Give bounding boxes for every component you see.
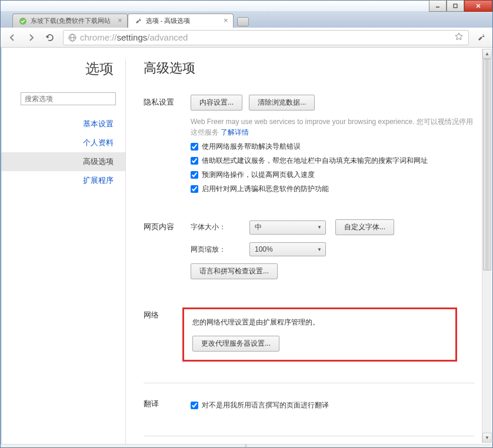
maximize-button[interactable] xyxy=(447,0,464,12)
tab-strip: 东坡下载(免费软件下载网站 × 选项 - 高级选项 × xyxy=(1,11,492,28)
sidebar-item-personal[interactable]: 个人资料 xyxy=(1,133,125,152)
network-highlight-box: 您的网络代理设置是由扩展程序管理的。 更改代理服务器设置... xyxy=(182,307,457,362)
check-phishing[interactable] xyxy=(191,185,198,193)
learn-more-link[interactable]: 了解详情 xyxy=(221,128,249,136)
check-label[interactable]: 启用针对网上诱骗和恶意软件的防护功能 xyxy=(202,184,329,194)
page-title: 高级选项 xyxy=(144,59,475,77)
sidebar-item-basic[interactable]: 基本设置 xyxy=(1,115,125,133)
section-label-translate: 翻译 xyxy=(144,396,191,414)
browser-tab-0[interactable]: 东坡下载(免费软件下载网站 × xyxy=(12,14,128,28)
scroll-up-button[interactable]: ▲ xyxy=(482,49,492,59)
check-translate[interactable] xyxy=(191,402,198,409)
browser-toolbar: chrome://settings/advanced xyxy=(1,28,492,48)
forward-button[interactable] xyxy=(23,30,39,45)
settings-main: 高级选项 隐私设置 内容设置... 清除浏览数据... Web Freer ma… xyxy=(126,48,492,446)
scroll-down-button[interactable]: ▼ xyxy=(482,433,492,443)
content-settings-button[interactable]: 内容设置... xyxy=(191,95,242,111)
status-bar-grip[interactable] xyxy=(1,444,492,447)
check-label[interactable]: 预测网络操作，以提高网页载入速度 xyxy=(202,170,315,180)
clear-browsing-data-button[interactable]: 清除浏览数据... xyxy=(249,95,315,111)
reload-button[interactable] xyxy=(42,30,58,45)
check-predict[interactable] xyxy=(191,171,198,179)
settings-sidebar: 选项 基本设置 个人资料 高级选项 扩展程序 xyxy=(1,48,125,446)
change-proxy-button[interactable]: 更改代理服务器设置... xyxy=(192,336,279,352)
tab-close-icon[interactable]: × xyxy=(222,17,229,24)
section-divider xyxy=(144,436,475,436)
tab-close-icon[interactable]: × xyxy=(116,17,124,24)
font-size-label: 字体大小： xyxy=(191,222,249,232)
check-suggestions[interactable] xyxy=(191,157,198,165)
tab-title: 东坡下载(免费软件下载网站 xyxy=(31,16,111,25)
left-edge-shadow xyxy=(1,48,2,445)
language-settings-button[interactable]: 语言和拼写检查设置... xyxy=(191,263,278,279)
bookmark-star-icon[interactable] xyxy=(454,32,464,43)
vertical-scrollbar[interactable]: ▲ ▼ xyxy=(482,49,492,443)
check-label[interactable]: 对不是用我所用语言撰写的页面进行翻译 xyxy=(202,400,329,410)
section-label-webcontent: 网页内容 xyxy=(144,219,191,286)
check-label[interactable]: 使用网络服务帮助解决导航错误 xyxy=(202,142,301,152)
browser-tab-1[interactable]: 选项 - 高级选项 × xyxy=(128,14,234,28)
tab-title: 选项 - 高级选项 xyxy=(146,16,191,25)
check-nav-errors[interactable] xyxy=(191,143,198,151)
minimize-button[interactable] xyxy=(429,0,447,12)
sidebar-item-advanced[interactable]: 高级选项 xyxy=(1,152,125,171)
scroll-thumb[interactable] xyxy=(483,59,491,270)
sidebar-title: 选项 xyxy=(1,59,125,78)
section-label-privacy: 隐私设置 xyxy=(144,95,191,198)
new-tab-button[interactable] xyxy=(237,17,249,26)
settings-wrench-button[interactable] xyxy=(474,30,489,45)
url-text[interactable]: chrome://settings/advanced xyxy=(80,32,451,42)
close-button[interactable] xyxy=(464,0,492,12)
wrench-icon xyxy=(134,17,142,25)
favicon-icon xyxy=(19,17,27,25)
network-proxy-text: 您的网络代理设置是由扩展程序管理的。 xyxy=(192,317,447,327)
page-zoom-select[interactable]: 100% xyxy=(249,242,326,256)
section-divider xyxy=(144,383,475,383)
svg-rect-1 xyxy=(454,4,457,8)
back-button[interactable] xyxy=(4,30,21,45)
sidebar-item-extensions[interactable]: 扩展程序 xyxy=(1,171,125,190)
customize-fonts-button[interactable]: 自定义字体... xyxy=(335,219,394,235)
window-titlebar[interactable] xyxy=(1,1,492,11)
zoom-label: 网页缩放： xyxy=(191,245,249,255)
search-input[interactable] xyxy=(21,92,116,105)
privacy-hint: Web Freer may use web services to improv… xyxy=(191,116,475,138)
address-bar[interactable]: chrome://settings/advanced xyxy=(63,30,469,45)
font-size-select[interactable]: 中 xyxy=(249,220,326,235)
check-label[interactable]: 借助联想式建议服务，帮您在地址栏中自动填充未输完的搜索字词和网址 xyxy=(202,156,428,166)
globe-icon xyxy=(68,34,76,42)
